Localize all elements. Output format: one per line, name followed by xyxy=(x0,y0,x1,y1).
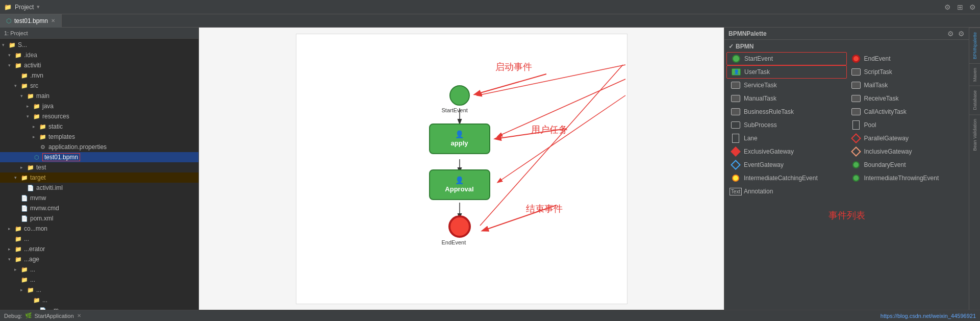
side-tab-bpmn-palette[interactable]: BPMNpalette xyxy=(969,28,981,63)
sidebar-title: 1: Project xyxy=(4,30,28,36)
lane-palette-label: Lane xyxy=(744,135,758,142)
split-icon[interactable]: ⊞ xyxy=(957,3,963,11)
palette-item-exclusive-gw[interactable]: ExclusiveGateway xyxy=(726,145,847,158)
intermediate-throwing-palette-label: IntermediateThrowingEvent xyxy=(864,175,939,182)
tree-item-root[interactable]: ▾ 📁 S... xyxy=(0,40,198,50)
manual-task-palette-icon xyxy=(731,93,741,104)
subprocess-palette-icon xyxy=(731,120,741,130)
tree-item-sub5[interactable]: 📄 ...m xyxy=(0,305,198,310)
start-event-node[interactable] xyxy=(449,85,470,106)
tab-test01-bpmn[interactable]: ⬡ test01.bpmn ✕ xyxy=(0,14,62,28)
tree-item-main[interactable]: ▾ 📁 main xyxy=(0,91,198,101)
palette-header: BPMNPalette ⚙ ⚙ xyxy=(724,28,969,40)
svg-line-6 xyxy=(478,65,625,95)
tree-item-sub1[interactable]: ▸ 📁 ... xyxy=(0,264,198,275)
pool-palette-label: Pool xyxy=(864,121,876,129)
palette-controls: ⚙ ⚙ xyxy=(947,30,965,38)
palette-section-bpmn: ✓ BPMN xyxy=(724,42,969,51)
palette-gear-icon[interactable]: ⚙ xyxy=(958,30,965,38)
tree-item-idea[interactable]: ▾ 📁 .idea xyxy=(0,50,198,60)
debug-label: Debug: xyxy=(4,313,22,319)
bpmn-tab-icon: ⬡ xyxy=(6,17,11,24)
tree-item-application-properties[interactable]: ⚙ application.properties xyxy=(0,142,198,152)
side-tab-database[interactable]: Database xyxy=(969,86,981,114)
palette-item-manual-task[interactable]: ManualTask xyxy=(726,92,847,105)
palette-grid: StartEvent EndEvent 👤 UserTask xyxy=(724,51,969,199)
end-event-label: EndEvent xyxy=(442,239,466,245)
gear-icon[interactable]: ⚙ xyxy=(969,3,976,11)
canvas-area[interactable]: StartEvent 👤 apply 👤 Approval EndEvent 启… xyxy=(199,28,724,310)
event-gw-palette-icon xyxy=(731,160,741,170)
tree-item-pom-xml[interactable]: 📄 pom.xml xyxy=(0,213,198,224)
tree-item-resources[interactable]: ▾ 📁 resources xyxy=(0,111,198,121)
palette-item-script-task[interactable]: ScriptTask xyxy=(847,65,967,79)
tree-item-erator[interactable]: ▸ 📁 ...erator xyxy=(0,244,198,254)
palette-item-call-activity[interactable]: CallActivityTask xyxy=(847,105,967,118)
tree-item-static[interactable]: ▸ 📁 static xyxy=(0,121,198,132)
tree-item-test[interactable]: ▸ 📁 test xyxy=(0,162,198,172)
palette-item-receive-task[interactable]: ReceiveTask xyxy=(847,92,967,105)
palette-item-service-task[interactable]: ServiceTask xyxy=(726,79,847,92)
tree-item-sub4[interactable]: 📁 ... xyxy=(0,295,198,305)
app-label: StartApplication xyxy=(34,313,73,319)
side-tab-maven[interactable]: Maven xyxy=(969,63,981,86)
palette-item-inclusive-gw[interactable]: InclusiveGateway xyxy=(847,145,967,158)
palette-item-pool[interactable]: Pool xyxy=(847,118,967,132)
call-activity-palette-icon xyxy=(851,107,861,117)
start-event-palette-icon xyxy=(731,54,741,64)
tree-item-blank1[interactable]: 📁 ... xyxy=(0,234,198,244)
tree-item-mvnw[interactable]: 📄 mvnw xyxy=(0,193,198,203)
end-event-node[interactable] xyxy=(448,215,471,238)
palette-item-event-gw[interactable]: EventGateway xyxy=(726,158,847,171)
tree-item-sub3[interactable]: ▸ 📁 ... xyxy=(0,285,198,295)
settings-icon[interactable]: ⚙ xyxy=(944,3,951,11)
palette-item-end-event[interactable]: EndEvent xyxy=(847,52,967,65)
tree-item-sub2[interactable]: 📁 ... xyxy=(0,275,198,285)
tree-item-test01-bpmn[interactable]: ⬡ test01.bpmn xyxy=(0,152,198,162)
blog-url[interactable]: https://blog.csdn.net/weixin_44596921 xyxy=(881,313,976,319)
palette-item-user-task[interactable]: 👤 UserTask xyxy=(726,65,847,79)
palette-item-mail-task[interactable]: MailTask xyxy=(847,79,967,92)
apply-task-node[interactable]: 👤 apply xyxy=(429,124,490,154)
palette-settings-icon[interactable]: ⚙ xyxy=(947,30,954,38)
parallel-gw-palette-label: ParallelGateway xyxy=(864,135,909,142)
tree-item-activiti[interactable]: ▾ 📁 activiti xyxy=(0,60,198,70)
palette-item-annotation[interactable]: Text Annotation xyxy=(726,185,847,198)
pool-palette-icon xyxy=(851,120,861,130)
palette-item-boundary-event[interactable]: BoundaryEvent xyxy=(847,158,967,171)
side-tab-bean-validation[interactable]: Bean Validation xyxy=(969,114,981,155)
palette-item-subprocess[interactable]: SubProcess xyxy=(726,118,847,132)
palette-item-parallel-gw[interactable]: ParallelGateway xyxy=(847,132,967,145)
tree-item-src[interactable]: ▾ 📁 src xyxy=(0,81,198,91)
subprocess-palette-label: SubProcess xyxy=(744,121,777,129)
side-tabs: BPMNpalette Maven Database Bean Validati… xyxy=(969,28,980,310)
svg-line-3 xyxy=(475,74,546,94)
top-bar-left: 📁 Project ▾ ⚙ ⊞ ⚙ xyxy=(4,3,976,11)
tree-item-age[interactable]: ▾ 📁 ...age xyxy=(0,254,198,264)
palette-item-business-rule-task[interactable]: BusinessRuleTask xyxy=(726,105,847,118)
svg-line-8 xyxy=(498,95,625,182)
svg-line-5 xyxy=(483,205,557,231)
bpmn-canvas[interactable]: StartEvent 👤 apply 👤 Approval EndEvent 启… xyxy=(296,34,627,304)
tree-item-java[interactable]: ▸ 📁 java xyxy=(0,101,198,111)
palette-item-start-event[interactable]: StartEvent xyxy=(726,52,847,65)
service-task-palette-icon xyxy=(731,80,741,90)
tree-item-activiti-iml[interactable]: 📄 activiti.iml xyxy=(0,183,198,193)
tree-item-templates[interactable]: ▸ 📁 templates xyxy=(0,132,198,142)
approval-task-node[interactable]: 👤 Approval xyxy=(429,169,490,200)
tree-item-target[interactable]: ▾ 📁 target xyxy=(0,172,198,183)
end-event-palette-icon xyxy=(851,54,861,64)
tab-close-icon[interactable]: ✕ xyxy=(51,18,55,23)
user-task-cn-label: 用户任务 xyxy=(531,124,568,136)
sidebar-content[interactable]: ▾ 📁 S... ▾ 📁 .idea ▾ 📁 activiti 📁 .mvn xyxy=(0,39,198,310)
tree-item-mvn[interactable]: 📁 .mvn xyxy=(0,70,198,81)
palette-item-intermediate-catching[interactable]: IntermediateCatchingEvent xyxy=(726,171,847,185)
app-close[interactable]: ✕ xyxy=(77,313,81,318)
palette-item-lane[interactable]: Lane xyxy=(726,132,847,145)
tree-item-common[interactable]: ▸ 📁 co...mon xyxy=(0,224,198,234)
bottom-bar: Debug: 🌿 StartApplication ✕ https://blog… xyxy=(0,310,980,321)
palette-item-intermediate-throwing[interactable]: IntermediateThrowingEvent xyxy=(847,171,967,185)
user-task-icon: 👤 xyxy=(455,130,464,138)
spring-boot-icon: 🌿 xyxy=(25,312,32,319)
tree-item-mvnw-cmd[interactable]: 📄 mvnw.cmd xyxy=(0,203,198,213)
